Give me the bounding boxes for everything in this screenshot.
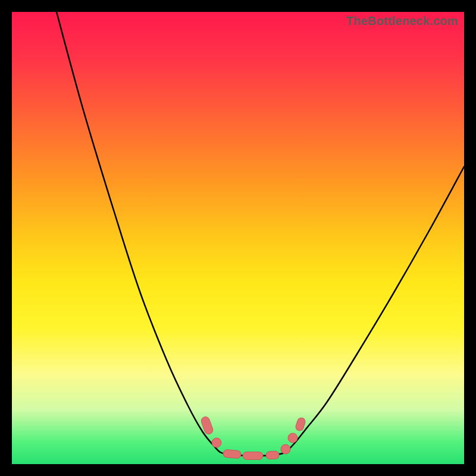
marker-layer <box>200 416 306 460</box>
data-marker-1 <box>212 438 221 447</box>
data-marker-2 <box>223 449 241 459</box>
data-marker-4 <box>266 451 280 459</box>
data-marker-3 <box>243 452 263 460</box>
series-left-curve <box>57 12 226 454</box>
curve-layer <box>57 12 464 456</box>
chart-frame: TheBottleneck.com <box>0 0 476 476</box>
plot-area: TheBottleneck.com <box>12 12 464 464</box>
chart-svg <box>12 12 464 464</box>
data-marker-7 <box>295 417 306 432</box>
data-marker-5 <box>281 444 290 454</box>
data-marker-6 <box>288 433 298 443</box>
series-right-curve <box>280 167 464 454</box>
